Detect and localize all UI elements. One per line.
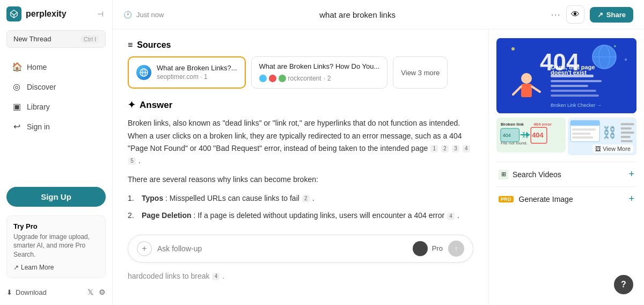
- source-2-domain: rockcontent: [288, 75, 321, 82]
- svg-rect-16: [551, 80, 602, 82]
- search-videos-expand[interactable]: +: [628, 169, 634, 180]
- help-button[interactable]: ?: [614, 275, 633, 294]
- sidebar-collapse-button[interactable]: ⊣: [95, 9, 106, 19]
- source-logo-2: [269, 75, 276, 82]
- follow-up-input[interactable]: [157, 244, 407, 253]
- search-videos-label: Search Videos: [513, 170, 561, 179]
- nav-items: 🏠 Home ◎ Discover ▣ Library ↩ Sign in: [6, 57, 106, 136]
- source-1-name: What are Broken Links?...: [157, 64, 237, 73]
- logo-row: perplexity ⊣: [6, 6, 106, 21]
- svg-rect-12: [521, 84, 532, 97]
- main-image[interactable]: 404 Broken Link Checker →: [496, 38, 636, 113]
- video-icon: ⊞: [499, 170, 508, 179]
- view-more-text: View More: [603, 146, 631, 152]
- try-pro-section: Try Pro Upgrade for image upload, smarte…: [6, 215, 106, 278]
- generate-image-row[interactable]: PRO Generate Image +: [496, 186, 636, 211]
- generate-image-left: PRO Generate Image: [499, 195, 573, 204]
- add-attachment-button[interactable]: +: [137, 241, 152, 256]
- list-text-1: Typos : Misspelled URLs can cause links …: [142, 192, 314, 204]
- header-timestamp: Just now: [136, 11, 164, 19]
- learn-more-label: Learn More: [21, 264, 54, 271]
- right-panel: 404 Broken Link Checker →: [488, 30, 644, 305]
- source-2-meta: rockcontent · 2: [259, 75, 380, 82]
- source-logo-3: [279, 75, 286, 82]
- cite-2[interactable]: 2: [441, 145, 449, 152]
- arrow-up-right-icon: ↗: [13, 264, 19, 271]
- svg-point-4: [511, 47, 515, 50]
- generate-image-expand[interactable]: +: [628, 193, 634, 205]
- new-thread-label: New Thread: [13, 35, 52, 43]
- sidebar-item-library[interactable]: ▣ Library: [6, 97, 106, 116]
- home-icon: 🏠: [12, 62, 21, 72]
- sidebar-item-library-label: Library: [27, 103, 50, 111]
- source-logos: [259, 75, 286, 82]
- cite-4[interactable]: 4: [463, 145, 470, 152]
- sidebar-item-home[interactable]: 🏠 Home: [6, 57, 106, 76]
- download-button[interactable]: ⬇ Download: [6, 288, 47, 296]
- svg-text:⛓️: ⛓️: [602, 125, 617, 140]
- more-options-button[interactable]: ···: [551, 9, 561, 20]
- answer-trailing: hardcoded links to break 4 .: [128, 270, 473, 282]
- eye-icon: 👁: [571, 10, 580, 19]
- download-label: Download: [16, 288, 47, 296]
- library-icon: ▣: [12, 101, 21, 112]
- input-bar: + Pro ↑: [128, 235, 473, 263]
- cite-1[interactable]: 1: [430, 145, 438, 152]
- sidebar-item-home-label: Home: [27, 63, 47, 71]
- pro-badge: PRO: [499, 196, 514, 202]
- image-small-1[interactable]: 404 File not found. 404 Broken link 404 …: [496, 118, 566, 152]
- send-button[interactable]: ↑: [448, 241, 464, 257]
- svg-text:⛓: ⛓: [522, 131, 529, 139]
- source-card-2[interactable]: What are Broken Links? How Do You... roc…: [251, 56, 388, 89]
- header-query: what are broken links: [319, 10, 396, 19]
- svg-rect-43: [620, 132, 634, 134]
- sidebar-item-signin[interactable]: ↩ Sign in: [6, 117, 106, 136]
- learn-more-button[interactable]: ↗ Learn More: [13, 264, 99, 271]
- sidebar: perplexity ⊣ New Thread Ctrl I 🏠 Home ◎ …: [0, 0, 113, 305]
- image-row-2: 404 File not found. 404 Broken link 404 …: [496, 118, 636, 155]
- sign-up-button[interactable]: Sign Up: [6, 187, 106, 207]
- svg-rect-39: [572, 136, 593, 139]
- twitter-icon[interactable]: 𝕏: [87, 288, 93, 296]
- content-area: ≡ Sources What are Broken Links?...: [113, 30, 644, 305]
- svg-rect-45: [620, 140, 632, 142]
- sidebar-item-discover[interactable]: ◎ Discover: [6, 77, 106, 96]
- svg-text:404: 404: [532, 131, 544, 139]
- svg-rect-42: [620, 127, 631, 129]
- logo[interactable]: perplexity: [6, 6, 67, 21]
- svg-rect-17: [551, 85, 588, 87]
- source-card-1[interactable]: What are Broken Links?... seoptimer.com …: [128, 56, 246, 89]
- source-1-domain: seoptimer.com · 1: [157, 73, 237, 82]
- view-more-overlay[interactable]: 🖼 View More: [592, 144, 633, 153]
- cite-3[interactable]: 3: [452, 145, 459, 152]
- cite-list-2[interactable]: 4: [447, 213, 455, 220]
- answer-header: ✦ Answer: [128, 99, 473, 111]
- cite-list-1[interactable]: 2: [302, 195, 310, 202]
- search-videos-row[interactable]: ⊞ Search Videos +: [496, 162, 636, 186]
- search-videos-left: ⊞ Search Videos: [499, 170, 561, 179]
- svg-text:Broken link: Broken link: [501, 122, 524, 127]
- answer-intro: Broken links, also known as "dead links"…: [128, 117, 473, 166]
- image-small-2[interactable]: ⛓️ 🖼 View More: [568, 118, 637, 155]
- focus-button[interactable]: 👁: [566, 5, 584, 24]
- answer-panel: ≡ Sources What are Broken Links?...: [113, 30, 488, 305]
- cite-trailing[interactable]: 4: [212, 273, 219, 280]
- sidebar-footer: ⬇ Download 𝕏 ⚙: [6, 288, 106, 296]
- svg-rect-18: [551, 90, 596, 92]
- share-button[interactable]: ↗ Share: [590, 7, 633, 23]
- list-num-1: 1.: [128, 192, 138, 204]
- view-more-sources-button[interactable]: View 3 more: [393, 56, 448, 89]
- header-left: 🕐 Just now: [123, 11, 164, 19]
- new-thread-shortcut: Ctrl I: [81, 35, 99, 43]
- source-1-text: What are Broken Links?... seoptimer.com …: [157, 64, 237, 81]
- pro-mode-toggle[interactable]: [413, 241, 428, 256]
- social-icons: 𝕏 ⚙: [87, 288, 106, 296]
- discord-icon[interactable]: ⚙: [99, 288, 106, 296]
- cite-5[interactable]: 5: [128, 157, 136, 165]
- svg-rect-38: [572, 133, 590, 135]
- source-2-title: What are Broken Links? How Do You...: [259, 62, 380, 71]
- svg-point-11: [521, 73, 532, 84]
- image-grid: 404 Broken Link Checker →: [496, 38, 636, 113]
- new-thread-button[interactable]: New Thread Ctrl I: [6, 30, 106, 48]
- source-logo-1: [259, 75, 267, 82]
